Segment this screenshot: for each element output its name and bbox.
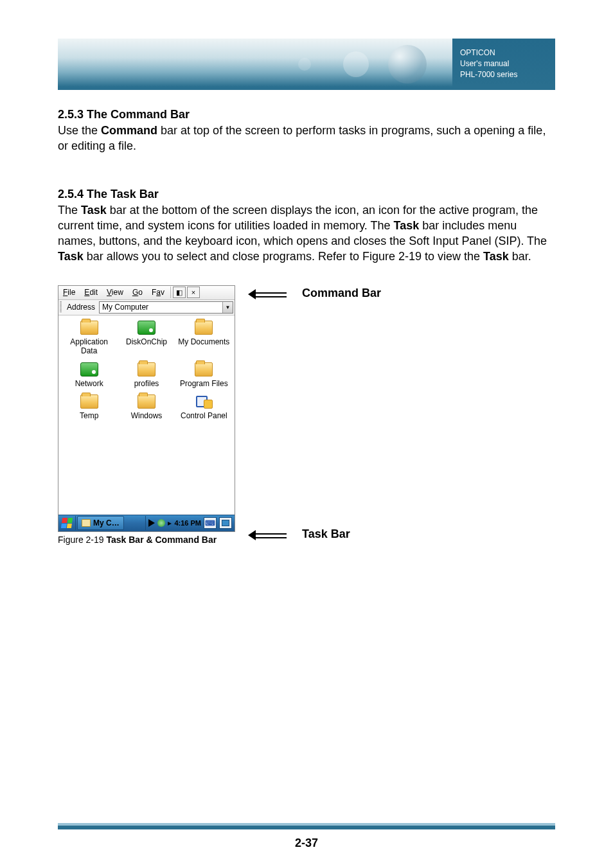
address-value: My Computer	[100, 303, 222, 312]
callout-task-bar: Task Bar	[248, 527, 381, 541]
header-text: OPTICON User's manual PHL-7000 series	[452, 39, 555, 87]
item-network[interactable]: Network	[62, 362, 116, 388]
folder-icon	[80, 394, 98, 409]
arrow-left-icon	[248, 289, 287, 299]
volume-icon[interactable]	[148, 519, 155, 527]
tray-status-icon[interactable]	[157, 519, 165, 527]
drive-icon	[138, 321, 155, 335]
folder-icon	[138, 362, 155, 376]
item-label: My Documents	[178, 337, 229, 346]
menu-edit[interactable]: Edit	[80, 286, 102, 299]
address-gripper[interactable]	[60, 301, 62, 313]
address-dropdown-icon[interactable]: ▼	[222, 302, 233, 313]
folder-icon	[195, 362, 213, 376]
heading-task-bar: 2.5.4 The Task Bar	[58, 188, 555, 201]
menu-separator	[170, 287, 171, 298]
show-desktop-button[interactable]	[219, 517, 232, 529]
item-label: Program Files	[180, 379, 228, 388]
tray-separator	[145, 516, 146, 530]
folder-icon	[138, 394, 155, 409]
menu-file[interactable]: File	[58, 286, 80, 299]
heading-command-bar: 2.5.3 The Command Bar	[58, 108, 555, 121]
taskbar-separator	[75, 516, 76, 530]
start-button[interactable]	[60, 516, 74, 530]
device-screenshot: File Edit View Go Fav ◧ × Address My Com…	[58, 285, 235, 532]
folder-grid: Application Data DiskOnChip My Documents…	[58, 315, 235, 515]
folder-icon	[80, 321, 98, 335]
menu-view[interactable]: View	[102, 286, 128, 299]
drive-icon	[80, 362, 98, 376]
header-graphic	[58, 39, 452, 87]
item-label: DiskOnChip	[126, 337, 167, 346]
item-profiles[interactable]: profiles	[120, 362, 173, 388]
taskbar-active-app[interactable]: My C…	[77, 516, 124, 530]
item-my-documents[interactable]: My Documents	[177, 321, 231, 356]
header-line2: User's manual	[460, 58, 547, 69]
page-number: 2-37	[0, 837, 613, 850]
item-temp[interactable]: Temp	[62, 394, 116, 420]
taskbar-clock[interactable]: 4:16 PM	[174, 519, 201, 527]
item-control-panel[interactable]: Control Panel	[177, 394, 231, 420]
item-label: Application Data	[62, 337, 116, 356]
figure-2-19: File Edit View Go Fav ◧ × Address My Com…	[58, 285, 555, 545]
taskbar-active-label: My C…	[93, 518, 120, 527]
address-bar: Address My Computer ▼	[58, 300, 235, 315]
callout-task-bar-label: Task Bar	[302, 527, 350, 541]
sip-keyboard-button[interactable]: ⌨	[204, 517, 217, 529]
item-application-data[interactable]: Application Data	[62, 321, 116, 356]
item-diskonchip[interactable]: DiskOnChip	[120, 321, 173, 356]
item-label: profiles	[134, 379, 159, 388]
item-windows[interactable]: Windows	[120, 394, 173, 420]
paragraph-command-bar: Use the Command bar at top of the screen…	[58, 123, 555, 154]
footer-rule	[58, 823, 555, 829]
control-panel-icon	[195, 394, 213, 409]
header-line3: PHL-7000 series	[460, 69, 547, 80]
paragraph-task-bar: The Task bar at the bottom of the screen…	[58, 202, 555, 265]
app-mini-icon	[82, 519, 91, 527]
arrow-left-icon	[248, 530, 287, 540]
item-label: Network	[75, 379, 103, 388]
command-bar[interactable]: File Edit View Go Fav ◧ ×	[58, 286, 235, 300]
menu-fav[interactable]: Fav	[147, 286, 169, 299]
item-label: Temp	[80, 411, 98, 420]
task-bar[interactable]: My C… ▸ 4:16 PM ⌨	[58, 515, 235, 531]
window-icon[interactable]: ◧	[173, 287, 186, 298]
system-tray: ▸ 4:16 PM ⌨	[145, 516, 233, 530]
header-banner: OPTICON User's manual PHL-7000 series	[58, 39, 555, 90]
item-label: Control Panel	[181, 411, 227, 420]
folder-icon	[195, 321, 213, 335]
figure-caption: Figure 2-19 Task Bar & Command Bar	[58, 535, 235, 545]
address-combobox[interactable]: My Computer ▼	[99, 301, 233, 314]
address-label: Address	[64, 303, 98, 312]
windows-flag-icon	[61, 518, 73, 528]
header-brand: OPTICON	[460, 48, 547, 58]
callout-command-bar-label: Command Bar	[302, 287, 381, 300]
menu-go[interactable]: Go	[128, 286, 147, 299]
item-label: Windows	[131, 411, 163, 420]
close-button[interactable]: ×	[187, 287, 200, 298]
callout-command-bar: Command Bar	[248, 287, 381, 300]
item-program-files[interactable]: Program Files	[177, 362, 231, 388]
